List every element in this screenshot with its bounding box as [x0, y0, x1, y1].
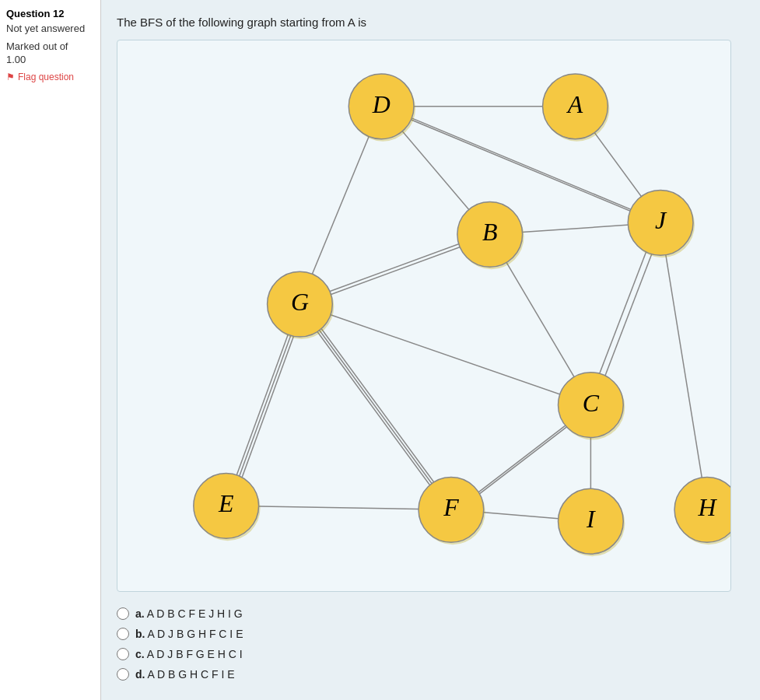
option-a-radio[interactable]	[117, 607, 129, 620]
svg-text:C: C	[583, 390, 600, 417]
svg-text:I: I	[586, 506, 596, 533]
svg-line-4	[383, 108, 662, 225]
svg-text:E: E	[218, 490, 233, 517]
svg-line-18	[304, 306, 455, 512]
svg-text:B: B	[482, 219, 497, 246]
graph-container: A D B J G C E F I H	[117, 40, 731, 592]
svg-text:G: G	[291, 289, 309, 316]
marked-out-section: Marked out of 1.00	[6, 40, 94, 67]
question-label: Question	[6, 8, 50, 19]
option-d-radio[interactable]	[117, 668, 129, 681]
question-text: The BFS of the following graph starting …	[117, 16, 744, 29]
option-b-radio[interactable]	[117, 628, 129, 640]
option-c[interactable]: c. A D J B F G E H C I	[117, 648, 744, 660]
svg-text:F: F	[443, 494, 459, 521]
svg-line-19	[299, 304, 590, 405]
marked-out-value: 1.00	[6, 54, 26, 65]
svg-line-17	[301, 306, 452, 512]
marked-out-label: Marked out of	[6, 40, 68, 52]
option-c-label: c. A D J B F G E H C I	[135, 648, 243, 660]
flag-label: Flag question	[18, 72, 74, 82]
flag-question-button[interactable]: ⚑ Flag question	[6, 72, 94, 82]
question-number: 12	[53, 8, 64, 19]
option-d-label: d. A D B G H C F I E	[135, 668, 235, 681]
svg-line-16	[298, 306, 449, 512]
option-b[interactable]: b. A D J B G H F C I E	[117, 628, 744, 640]
svg-text:J: J	[655, 207, 667, 234]
option-a-label: a. A D B C F E J H I G	[135, 607, 243, 620]
option-d[interactable]: d. A D B G H C F I E	[117, 668, 744, 681]
flag-icon: ⚑	[6, 72, 15, 82]
not-answered-label: Not yet answered	[6, 23, 94, 36]
graph-svg: A D B J G C E F I H	[117, 40, 730, 591]
svg-text:A: A	[566, 91, 583, 118]
option-a[interactable]: a. A D B C F E J H I G	[117, 607, 744, 620]
sidebar: Question 12 Not yet answered Marked out …	[0, 0, 101, 700]
svg-text:D: D	[372, 91, 391, 118]
svg-text:H: H	[697, 494, 717, 521]
option-c-radio[interactable]	[117, 648, 129, 660]
options-list: a. A D B C F E J H I G b. A D J B G H F …	[117, 607, 744, 681]
question-header: Question 12	[6, 8, 94, 19]
main-content: The BFS of the following graph starting …	[101, 0, 760, 700]
svg-line-12	[660, 222, 707, 509]
option-b-label: b. A D J B G H F C I E	[135, 628, 243, 640]
